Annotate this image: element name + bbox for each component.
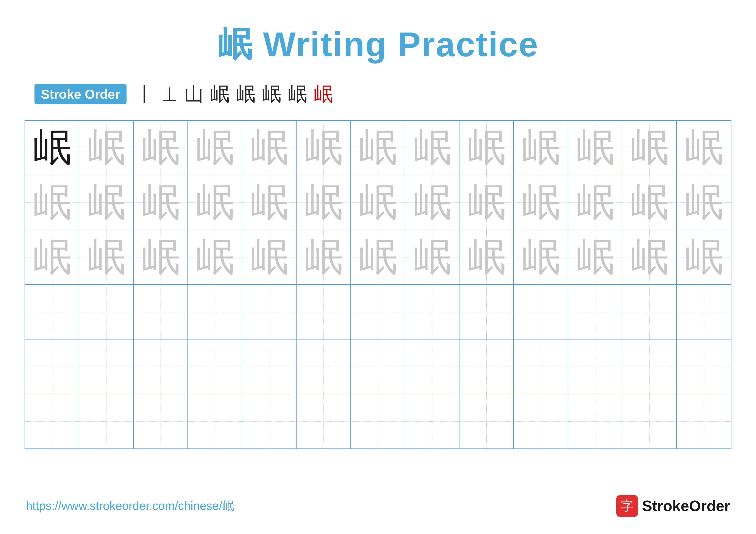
grid-cell-6-3[interactable] <box>134 394 188 448</box>
grid-cell-2-9: 岷 <box>459 175 514 230</box>
grid-cell-5-7[interactable] <box>351 340 405 394</box>
grid-cell-6-6[interactable] <box>297 394 351 448</box>
grid-cell-4-6[interactable] <box>297 285 351 339</box>
grid-cell-5-5[interactable] <box>242 340 297 394</box>
grid-cell-1-9: 岷 <box>459 121 514 175</box>
grid-cell-4-10[interactable] <box>514 285 568 339</box>
grid-cell-5-10[interactable] <box>514 340 568 394</box>
grid-cell-4-8[interactable] <box>405 285 459 339</box>
char-light: 岷 <box>413 122 451 174</box>
char-light: 岷 <box>576 176 614 229</box>
grid-cell-6-9[interactable] <box>459 394 514 448</box>
grid-cell-4-9[interactable] <box>459 285 514 339</box>
grid-cell-3-11: 岷 <box>568 230 622 284</box>
grid-cell-5-8[interactable] <box>405 340 459 394</box>
char-light: 岷 <box>685 122 723 174</box>
stroke-order-badge: Stroke Order <box>35 84 126 104</box>
grid-cell-6-1[interactable] <box>25 394 79 448</box>
grid-cell-2-13: 岷 <box>677 175 731 230</box>
grid-row-4 <box>25 285 731 340</box>
grid-cell-4-11[interactable] <box>568 285 622 339</box>
grid-cell-5-3[interactable] <box>134 340 188 394</box>
grid-cell-5-12[interactable] <box>622 340 677 394</box>
char-light: 岷 <box>33 176 71 229</box>
grid-cell-6-7[interactable] <box>351 394 405 448</box>
grid-cell-5-4[interactable] <box>188 340 242 394</box>
grid-cell-4-2[interactable] <box>79 285 134 339</box>
grid-cell-2-5: 岷 <box>242 175 297 230</box>
grid-cell-2-1: 岷 <box>25 175 79 230</box>
grid-cell-5-6[interactable] <box>297 340 351 394</box>
grid-cell-1-11: 岷 <box>568 121 622 175</box>
char-light: 岷 <box>358 176 397 229</box>
char-light: 岷 <box>141 231 180 283</box>
grid-row-3: 岷 岷 岷 岷 岷 岷 岷 岷 岷 岷 岷 岷 岷 <box>25 230 731 285</box>
logo-text: StrokeOrder <box>642 497 730 515</box>
stroke-char-2: ⊥ <box>161 83 178 106</box>
char-light: 岷 <box>467 231 506 283</box>
grid-cell-1-1: 岷 <box>25 121 79 175</box>
char-light: 岷 <box>87 231 126 283</box>
char-light: 岷 <box>196 231 234 283</box>
grid-row-2: 岷 岷 岷 岷 岷 岷 岷 岷 岷 岷 岷 岷 岷 <box>25 175 731 230</box>
grid-cell-1-10: 岷 <box>514 121 568 175</box>
grid-cell-3-12: 岷 <box>622 230 677 284</box>
stroke-char-5: 岷 <box>236 81 256 107</box>
grid-cell-3-3: 岷 <box>134 230 188 284</box>
char-light: 岷 <box>304 122 343 174</box>
grid-cell-4-12[interactable] <box>622 285 677 339</box>
grid-cell-3-8: 岷 <box>405 230 459 284</box>
char-light: 岷 <box>358 231 397 283</box>
footer-url[interactable]: https://www.strokeorder.com/chinese/岷 <box>26 498 234 514</box>
grid-cell-4-4[interactable] <box>188 285 242 339</box>
grid-cell-6-2[interactable] <box>79 394 134 448</box>
grid-cell-6-4[interactable] <box>188 394 242 448</box>
char-light: 岷 <box>576 122 614 174</box>
grid-cell-3-13: 岷 <box>677 230 731 284</box>
grid-cell-5-2[interactable] <box>79 340 134 394</box>
grid-cell-2-2: 岷 <box>79 175 134 230</box>
grid-row-5 <box>25 340 731 394</box>
grid-cell-6-10[interactable] <box>514 394 568 448</box>
char-light: 岷 <box>630 122 669 174</box>
grid-cell-1-7: 岷 <box>351 121 405 175</box>
grid-cell-4-13[interactable] <box>677 285 731 339</box>
grid-cell-6-8[interactable] <box>405 394 459 448</box>
char-light: 岷 <box>196 176 234 229</box>
grid-cell-5-9[interactable] <box>459 340 514 394</box>
grid-cell-6-5[interactable] <box>242 394 297 448</box>
grid-cell-6-13[interactable] <box>677 394 731 448</box>
grid-cell-1-6: 岷 <box>297 121 351 175</box>
grid-cell-6-11[interactable] <box>568 394 622 448</box>
char-light: 岷 <box>685 176 723 229</box>
stroke-char-8: 岷 <box>313 81 333 107</box>
char-light: 岷 <box>467 176 506 229</box>
char-light: 岷 <box>630 176 669 229</box>
char-light: 岷 <box>521 122 560 174</box>
char-light: 岷 <box>413 176 451 229</box>
stroke-char-3: 山 <box>184 81 204 107</box>
stroke-order-row: Stroke Order 丨 ⊥ 山 岷 岷 岷 岷 岷 <box>35 81 333 107</box>
grid-cell-3-7: 岷 <box>351 230 405 284</box>
grid-cell-2-10: 岷 <box>514 175 568 230</box>
char-light: 岷 <box>467 122 506 174</box>
grid-cell-5-13[interactable] <box>677 340 731 394</box>
grid-cell-1-3: 岷 <box>134 121 188 175</box>
char-light: 岷 <box>250 231 288 283</box>
grid-cell-3-10: 岷 <box>514 230 568 284</box>
stroke-char-4: 岷 <box>210 81 230 107</box>
grid-cell-5-1[interactable] <box>25 340 79 394</box>
char-light: 岷 <box>196 122 234 174</box>
grid-cell-4-3[interactable] <box>134 285 188 339</box>
stroke-chars: 丨 ⊥ 山 岷 岷 岷 岷 岷 <box>135 81 333 107</box>
grid-cell-4-7[interactable] <box>351 285 405 339</box>
char-light: 岷 <box>87 122 126 174</box>
grid-cell-6-12[interactable] <box>622 394 677 448</box>
grid-cell-4-1[interactable] <box>25 285 79 339</box>
grid-cell-5-11[interactable] <box>568 340 622 394</box>
grid-cell-2-6: 岷 <box>297 175 351 230</box>
grid-cell-2-12: 岷 <box>622 175 677 230</box>
char-light: 岷 <box>250 122 288 174</box>
grid-cell-1-4: 岷 <box>188 121 242 175</box>
grid-cell-4-5[interactable] <box>242 285 297 339</box>
